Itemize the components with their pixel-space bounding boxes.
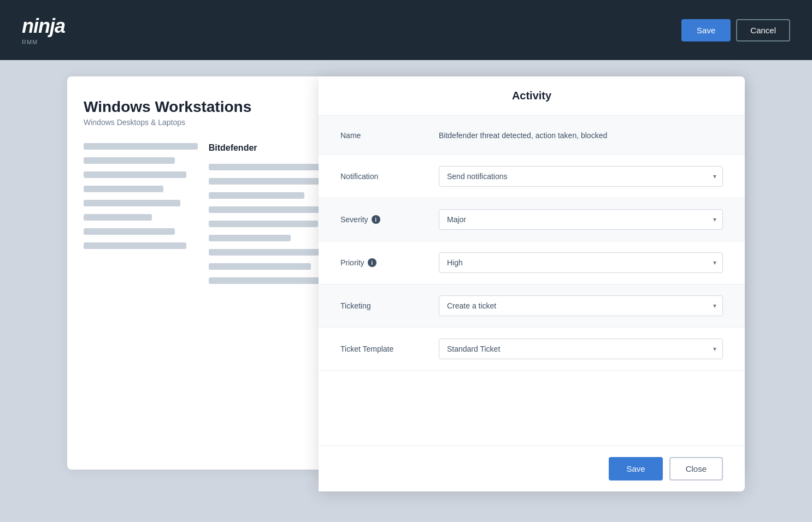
- skeleton-bar: [84, 157, 175, 164]
- modal-save-button[interactable]: Save: [609, 457, 662, 481]
- notification-select-wrapper[interactable]: Send notifications ▾: [439, 166, 723, 187]
- severity-select[interactable]: Major: [439, 209, 723, 230]
- skeleton-bar: [84, 186, 163, 192]
- notification-label: Notification: [340, 172, 439, 181]
- priority-select[interactable]: High: [439, 252, 723, 273]
- priority-info-icon: i: [368, 258, 376, 267]
- form-row-severity: Severity i Major ▾: [319, 198, 745, 241]
- severity-label: Severity i: [340, 215, 439, 224]
- skeleton-bar: [84, 171, 186, 178]
- priority-select-wrapper[interactable]: High ▾: [439, 252, 723, 273]
- skeleton-bar: [209, 178, 325, 185]
- ticketing-select-wrapper[interactable]: Create a ticket ▾: [439, 295, 723, 316]
- skeleton-bar: [209, 235, 291, 241]
- form-row-ticket-template: Ticket Template Standard Ticket ▾: [319, 328, 745, 371]
- page-title: Windows Workstations: [84, 98, 345, 116]
- skeleton-bar: [209, 206, 332, 213]
- modal-header: Activity: [319, 76, 745, 116]
- form-row-priority: Priority i High ▾: [319, 241, 745, 284]
- page-subtitle: Windows Desktops & Laptops: [84, 118, 345, 127]
- skeleton-bar: [209, 249, 325, 256]
- ticket-template-select-wrapper[interactable]: Standard Ticket ▾: [439, 339, 723, 359]
- priority-label: Priority i: [340, 258, 439, 267]
- ticketing-select[interactable]: Create a ticket: [439, 295, 723, 316]
- ticketing-label: Ticketing: [340, 301, 439, 310]
- skeleton-bar: [84, 242, 186, 249]
- logo-sub: RMM: [22, 39, 65, 45]
- form-row-ticketing: Ticketing Create a ticket ▾: [319, 284, 745, 328]
- topbar-cancel-button[interactable]: Cancel: [736, 19, 790, 41]
- modal-footer: Save Close: [319, 446, 745, 491]
- topbar-save-button[interactable]: Save: [681, 19, 731, 41]
- skeleton-bar: [209, 221, 318, 227]
- notification-select[interactable]: Send notifications: [439, 166, 723, 187]
- form-rows: Name Bitdefender threat detected, action…: [319, 116, 745, 371]
- topbar-actions: Save Cancel: [681, 19, 790, 41]
- skeleton-bar: [84, 143, 198, 150]
- skeleton-bar: [84, 228, 175, 235]
- modal-title: Activity: [340, 90, 723, 102]
- form-row-name: Name Bitdefender threat detected, action…: [319, 116, 745, 155]
- name-value: Bitdefender threat detected, action take…: [439, 131, 723, 140]
- left-panel: Windows Workstations Windows Desktops & …: [67, 76, 362, 470]
- skeleton-bar: [209, 192, 304, 199]
- logo-text: ninja: [22, 15, 65, 38]
- ticket-template-label: Ticket Template: [340, 345, 439, 353]
- form-row-notification: Notification Send notifications ▾: [319, 155, 745, 198]
- topbar: ninja RMM Save Cancel: [0, 0, 812, 60]
- skeleton-bar: [209, 277, 332, 284]
- skeleton-bar: [84, 214, 152, 221]
- skeleton-bar: [84, 200, 180, 206]
- modal-body: Name Bitdefender threat detected, action…: [319, 116, 745, 446]
- severity-info-icon: i: [372, 215, 380, 224]
- skeleton-col-1: [84, 143, 198, 292]
- modal-close-button[interactable]: Close: [669, 457, 723, 481]
- left-content: Bitdefender: [84, 143, 345, 292]
- skeleton-bar: [209, 263, 311, 270]
- ticket-template-select[interactable]: Standard Ticket: [439, 339, 723, 359]
- name-label: Name: [340, 131, 439, 140]
- activity-modal: Activity Name Bitdefender threat detecte…: [319, 76, 745, 491]
- logo: ninja RMM: [22, 15, 65, 45]
- severity-select-wrapper[interactable]: Major ▾: [439, 209, 723, 230]
